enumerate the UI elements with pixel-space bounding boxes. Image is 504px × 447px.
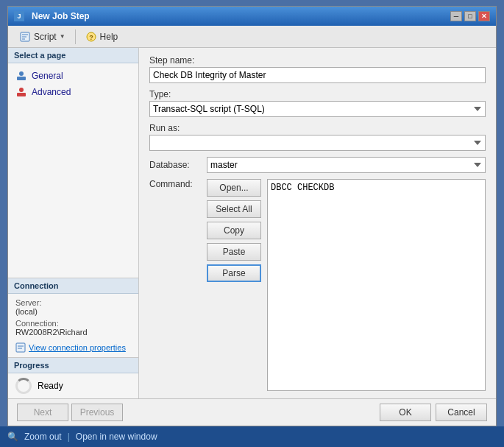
svg-point-8 bbox=[19, 88, 24, 92]
select-all-button[interactable]: Select All bbox=[207, 200, 261, 218]
title-icon: J bbox=[14, 11, 24, 21]
command-area: Open... Select All Copy Paste Parse bbox=[207, 179, 486, 391]
paste-button[interactable]: Paste bbox=[207, 243, 261, 261]
progress-header: Progress bbox=[8, 358, 138, 373]
svg-rect-7 bbox=[17, 77, 26, 80]
svg-point-6 bbox=[19, 71, 24, 76]
type-select[interactable]: Transact-SQL script (T-SQL)ActiveX Scrip… bbox=[149, 101, 486, 117]
bottom-bar-separator: | bbox=[68, 432, 70, 442]
titlebar-controls: ─ □ ✕ bbox=[450, 11, 490, 21]
dialog-footer: Next Previous OK Cancel bbox=[8, 398, 496, 426]
step-name-input[interactable] bbox=[149, 67, 486, 83]
view-connection-properties-link[interactable]: View connection properties bbox=[8, 341, 138, 357]
run-as-field: Run as: bbox=[149, 123, 486, 151]
select-page-header: Select a page bbox=[8, 48, 138, 63]
server-value: (local) bbox=[15, 307, 131, 316]
toolbar: Script ▼ ? Help bbox=[8, 26, 496, 48]
connection-label-text: Connection: bbox=[15, 319, 131, 328]
type-label: Type: bbox=[149, 89, 486, 99]
open-new-window-label[interactable]: Open in new window bbox=[76, 432, 157, 442]
footer-nav-buttons: Next Previous bbox=[17, 404, 123, 421]
database-row: Database: mastermodelmsdbtempdb bbox=[149, 157, 486, 173]
minimize-button[interactable]: ─ bbox=[450, 11, 462, 21]
script-dropdown-arrow: ▼ bbox=[60, 33, 65, 40]
progress-spinner bbox=[15, 378, 32, 394]
sidebar-item-general[interactable]: General bbox=[11, 68, 135, 84]
zoom-out-label[interactable]: Zoom out bbox=[24, 432, 62, 442]
bottom-bar: 🔍 Zoom out | Open in new window bbox=[0, 426, 504, 447]
zoom-icon: 🔍 bbox=[7, 432, 18, 442]
command-textarea[interactable] bbox=[267, 179, 486, 391]
svg-rect-10 bbox=[16, 343, 25, 352]
sidebar-item-label-general: General bbox=[32, 71, 63, 81]
copy-button[interactable]: Copy bbox=[207, 222, 261, 239]
connection-value: RW2008R2\Richard bbox=[15, 328, 131, 337]
sidebar-item-label-advanced: Advanced bbox=[32, 87, 71, 97]
command-buttons: Open... Select All Copy Paste Parse bbox=[207, 179, 261, 391]
run-as-label: Run as: bbox=[149, 123, 486, 133]
close-button[interactable]: ✕ bbox=[478, 11, 490, 21]
database-select[interactable]: mastermodelmsdbtempdb bbox=[207, 157, 486, 173]
connection-info: Server: (local) Connection: RW2008R2\Ric… bbox=[8, 294, 138, 341]
command-text-area bbox=[267, 179, 486, 391]
dialog-title: New Job Step bbox=[32, 11, 90, 21]
next-button[interactable]: Next bbox=[17, 404, 68, 421]
ok-button[interactable]: OK bbox=[380, 404, 431, 421]
run-as-select[interactable] bbox=[149, 135, 486, 151]
script-icon bbox=[19, 31, 31, 43]
progress-content: Ready bbox=[8, 373, 138, 398]
svg-text:?: ? bbox=[89, 34, 93, 41]
advanced-icon bbox=[15, 86, 27, 98]
open-button[interactable]: Open... bbox=[207, 179, 261, 197]
dialog-titlebar: J New Job Step ─ □ ✕ bbox=[8, 7, 496, 26]
svg-rect-9 bbox=[17, 93, 26, 96]
help-icon: ? bbox=[85, 31, 97, 43]
connection-header: Connection bbox=[8, 278, 138, 294]
step-name-label: Step name: bbox=[149, 55, 486, 66]
maximize-button[interactable]: □ bbox=[464, 11, 476, 21]
previous-button[interactable]: Previous bbox=[71, 404, 123, 421]
help-button[interactable]: ? Help bbox=[80, 29, 124, 45]
help-label: Help bbox=[100, 32, 118, 42]
parse-button[interactable]: Parse bbox=[207, 264, 261, 282]
script-label: Script bbox=[34, 32, 57, 42]
progress-section: Progress Ready bbox=[8, 357, 138, 398]
step-name-field: Step name: bbox=[149, 55, 486, 83]
view-link-label: View connection properties bbox=[29, 343, 126, 352]
left-panel: Select a page General Advanced bbox=[8, 48, 139, 398]
toolbar-separator bbox=[75, 29, 76, 44]
type-field: Type: Transact-SQL script (T-SQL)ActiveX… bbox=[149, 89, 486, 117]
nav-items: General Advanced bbox=[8, 63, 138, 278]
dialog-window: J New Job Step ─ □ ✕ Script ▼ ? bbox=[7, 6, 497, 426]
outer-window: J New Job Step ─ □ ✕ Script ▼ ? bbox=[0, 0, 504, 447]
command-label: Command: bbox=[149, 179, 201, 189]
server-label-text: Server: bbox=[15, 298, 131, 307]
right-panel: Step name: Type: Transact-SQL script (T-… bbox=[139, 48, 496, 398]
script-button[interactable]: Script ▼ bbox=[14, 29, 71, 45]
dialog-content: Select a page General Advanced bbox=[8, 48, 496, 398]
progress-status: Ready bbox=[38, 381, 63, 391]
cancel-button[interactable]: Cancel bbox=[436, 404, 487, 421]
general-icon bbox=[15, 70, 27, 82]
connection-section: Connection Server: (local) Connection: R… bbox=[8, 278, 138, 357]
sidebar-item-advanced[interactable]: Advanced bbox=[11, 84, 135, 100]
database-label: Database: bbox=[149, 160, 201, 170]
command-section: Command: Open... Select All Copy Paste P… bbox=[149, 179, 486, 391]
